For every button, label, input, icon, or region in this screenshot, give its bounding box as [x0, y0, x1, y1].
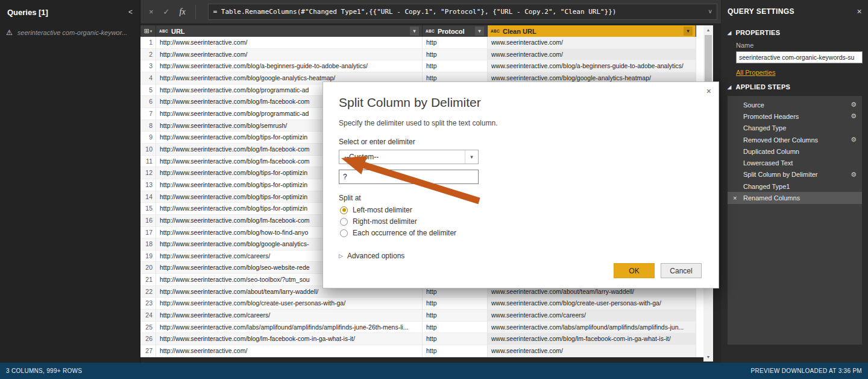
query-name-input[interactable]: seerinteractive com-organic-keywords-su — [736, 51, 863, 63]
row-number[interactable]: 27 — [140, 345, 156, 357]
cell-url[interactable]: http://www.seerinteractive.com/careers/ — [156, 310, 423, 322]
cell-protocol[interactable]: http — [423, 60, 488, 72]
split-option-row[interactable]: Left-most delimiter — [340, 206, 719, 214]
row-number[interactable]: 18 — [140, 238, 156, 250]
row-number[interactable]: 20 — [140, 262, 156, 274]
cell-protocol[interactable]: http — [423, 345, 488, 357]
column-header-protocol[interactable]: ABC Protocol ▾ — [423, 25, 488, 37]
close-dialog-icon[interactable]: × — [706, 86, 711, 96]
scroll-up-icon[interactable]: ▲ — [703, 25, 713, 34]
row-number[interactable]: 6 — [140, 96, 156, 108]
row-number[interactable]: 13 — [140, 179, 156, 191]
gear-icon[interactable]: ⚙ — [851, 101, 857, 109]
ok-button[interactable]: OK — [614, 263, 655, 278]
applied-step-item[interactable]: ×Removed Other Columns⚙ — [728, 134, 862, 145]
column-header-clean-url[interactable]: ABC Clean URL ▾ — [488, 25, 696, 37]
custom-delimiter-input[interactable]: ? — [339, 170, 479, 184]
cell-url[interactable]: http://www.seerinteractive.com/ — [156, 345, 423, 357]
formula-text[interactable]: = Table.RenameColumns(#"Changed Type1",{… — [213, 8, 704, 16]
all-properties-link[interactable]: All Properties — [736, 69, 775, 76]
row-number[interactable]: 22 — [140, 286, 156, 298]
cell-url[interactable]: http://www.seerinteractive.com/blog/crea… — [156, 298, 423, 310]
cell-protocol[interactable]: http — [423, 37, 488, 49]
gear-icon[interactable]: ⚙ — [851, 136, 857, 144]
scroll-down-icon[interactable]: ▼ — [703, 352, 713, 361]
split-option-row[interactable]: Each occurrence of the delimiter — [340, 229, 719, 237]
applied-step-item[interactable]: ×Promoted Headers⚙ — [728, 110, 862, 122]
applied-step-item[interactable]: ×Renamed Columns — [728, 192, 862, 203]
row-number[interactable]: 16 — [140, 215, 156, 227]
cell-protocol[interactable]: http — [423, 49, 488, 61]
row-number[interactable]: 25 — [140, 322, 156, 334]
cell-clean-url[interactable]: www.seerinteractive.com/blog/a-beginners… — [488, 60, 696, 72]
row-number[interactable]: 17 — [140, 227, 156, 239]
query-list-item[interactable]: ⚠ seerinteractive com-organic-keywor... — [0, 24, 140, 41]
applied-step-item[interactable]: ×Lowercased Text — [728, 157, 862, 168]
fx-icon[interactable]: fx — [180, 7, 186, 17]
radio-icon[interactable] — [340, 229, 348, 237]
filter-icon[interactable]: ▾ — [410, 27, 419, 36]
row-number[interactable]: 24 — [140, 310, 156, 322]
row-number[interactable]: 3 — [140, 60, 156, 72]
properties-section-header[interactable]: ◢ PROPERTIES — [728, 29, 862, 36]
formula-input[interactable]: = Table.RenameColumns(#"Changed Type1",{… — [208, 4, 717, 20]
row-number[interactable]: 9 — [140, 132, 156, 144]
cell-clean-url[interactable]: www.seerinteractive.com/blog/lm-facebook… — [488, 333, 696, 345]
cancel-button[interactable]: Cancel — [661, 263, 702, 278]
row-number[interactable]: 19 — [140, 250, 156, 263]
gear-icon[interactable]: ⚙ — [851, 171, 857, 179]
gear-icon[interactable]: ⚙ — [851, 112, 857, 120]
row-number[interactable]: 11 — [140, 156, 156, 168]
cell-url[interactable]: http://www.seerinteractive.com/blog/a-be… — [156, 60, 423, 72]
cell-protocol[interactable]: http — [423, 298, 488, 310]
row-number[interactable]: 23 — [140, 298, 156, 310]
applied-step-item[interactable]: ×Split Column by Delimiter⚙ — [728, 169, 862, 180]
cell-url[interactable]: http://www.seerinteractive.com/blog/lm-f… — [156, 333, 423, 345]
row-number[interactable]: 21 — [140, 274, 156, 286]
filter-icon[interactable]: ▾ — [475, 27, 484, 36]
cell-clean-url[interactable]: www.seerinteractive.com/labs/amplifound/… — [488, 322, 696, 334]
applied-step-item[interactable]: ×Changed Type1 — [728, 180, 862, 192]
split-option-row[interactable]: Right-most delimiter — [340, 217, 719, 226]
row-number[interactable]: 8 — [140, 120, 156, 132]
collapse-queries-icon[interactable]: < — [128, 8, 133, 16]
row-number[interactable]: 14 — [140, 191, 156, 203]
commit-formula-icon[interactable]: ✓ — [163, 7, 170, 16]
row-number[interactable]: 10 — [140, 144, 156, 156]
advanced-options-toggle[interactable]: ▷ Advanced options — [339, 252, 719, 260]
delimiter-select[interactable]: --Custom-- ▾ — [339, 150, 479, 164]
cell-clean-url[interactable]: www.seerinteractive.com/ — [488, 345, 696, 357]
row-number[interactable]: 15 — [140, 203, 156, 215]
applied-step-item[interactable]: ×Changed Type — [728, 123, 862, 134]
row-number[interactable]: 26 — [140, 333, 156, 345]
cell-clean-url[interactable]: www.seerinteractive.com/blog/create-user… — [488, 298, 696, 310]
column-header-url[interactable]: ABC URL ▾ — [156, 25, 423, 37]
close-panel-icon[interactable]: × — [857, 7, 862, 16]
cell-clean-url[interactable]: www.seerinteractive.com/ — [488, 37, 696, 49]
cancel-formula-icon[interactable]: × — [149, 7, 154, 16]
row-number[interactable]: 1 — [140, 37, 156, 49]
cell-clean-url[interactable]: www.seerinteractive.com/ — [488, 49, 696, 61]
cell-url[interactable]: http://www.seerinteractive.com/ — [156, 37, 423, 49]
row-number[interactable]: 4 — [140, 72, 156, 84]
delete-step-icon[interactable]: × — [733, 195, 737, 202]
expand-formula-icon[interactable]: ˅ — [703, 8, 712, 15]
row-number[interactable]: 7 — [140, 108, 156, 120]
row-number[interactable]: 12 — [140, 167, 156, 179]
text-type-icon: ABC — [426, 29, 435, 33]
cell-protocol[interactable]: http — [423, 333, 488, 345]
radio-icon[interactable] — [340, 206, 348, 214]
cell-url[interactable]: http://www.seerinteractive.com/ — [156, 49, 423, 61]
filter-icon[interactable]: ▾ — [684, 27, 693, 36]
radio-icon[interactable] — [340, 218, 348, 226]
applied-step-item[interactable]: ×Source⚙ — [728, 99, 862, 110]
row-number[interactable]: 5 — [140, 84, 156, 97]
table-menu-button[interactable]: ⊞ ▾ — [140, 25, 156, 37]
cell-protocol[interactable]: http — [423, 322, 488, 334]
cell-protocol[interactable]: http — [423, 310, 488, 322]
applied-step-item[interactable]: ×Duplicated Column — [728, 145, 862, 157]
cell-url[interactable]: http://www.seerinteractive.com/labs/ampl… — [156, 322, 423, 334]
row-number[interactable]: 2 — [140, 49, 156, 61]
cell-clean-url[interactable]: www.seerinteractive.com/careers/ — [488, 310, 696, 322]
applied-steps-section-header[interactable]: ◢ APPLIED STEPS — [728, 83, 862, 91]
